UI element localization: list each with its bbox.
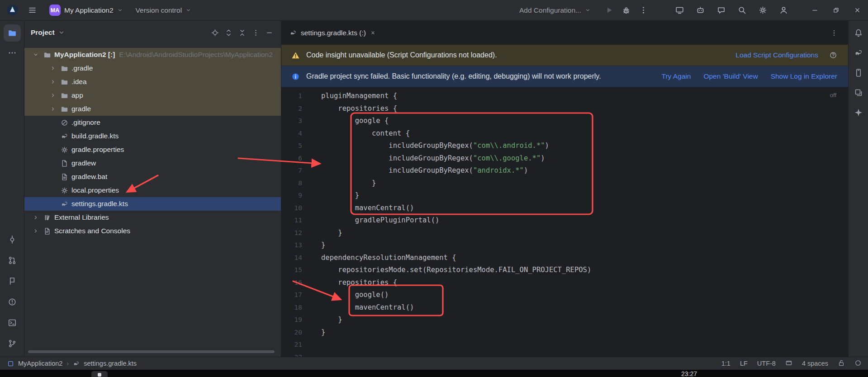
project-selector[interactable]: MA My Application2 <box>46 2 127 19</box>
gear-icon <box>59 187 70 194</box>
line-number: 15 <box>281 264 308 277</box>
code-editor[interactable]: 1pluginManagement {2 repositories {3 goo… <box>281 87 848 357</box>
elephant-icon <box>59 200 70 208</box>
code-text: repositories { <box>308 277 397 289</box>
tool-stripe-bookmarks[interactable] <box>4 273 21 290</box>
tree-item-scratches-and-consoles[interactable]: Scratches and Consoles <box>24 224 281 238</box>
sync-banner-actions: Try AgainOpen 'Build' ViewShow Log in Ex… <box>662 72 837 80</box>
help-icon[interactable] <box>829 51 837 59</box>
tool-stripe-notifications[interactable] <box>851 25 866 41</box>
line-number: 22 <box>281 351 308 357</box>
tree-item-local.properties[interactable]: local.properties <box>24 184 281 197</box>
main-menu-button[interactable] <box>24 2 40 19</box>
breadcrumb-project[interactable]: MyApplication2 <box>18 360 62 367</box>
editor-tab-settings-gradle-kts[interactable]: settings.gradle.kts (:) <box>281 21 383 45</box>
code-with-me-button[interactable] <box>713 2 729 19</box>
pull-requests-icon <box>8 256 17 265</box>
maximize-button[interactable] <box>825 0 847 21</box>
tab-options-button[interactable] <box>827 26 841 40</box>
file-writable-icon <box>838 359 845 367</box>
chevron-right-icon <box>47 79 59 85</box>
tab-title: settings.gradle.kts (:) <box>301 29 366 37</box>
tool-stripe-project[interactable] <box>4 24 21 42</box>
search-everywhere-button[interactable] <box>734 2 750 19</box>
locate-file-button[interactable] <box>209 27 221 39</box>
status-file-writable[interactable] <box>838 359 845 368</box>
indent-style-icon <box>785 359 792 367</box>
tree-item-gradlew[interactable]: gradlew <box>24 156 281 170</box>
line-number: 2 <box>281 103 308 115</box>
tree-item-label: .gradle <box>71 64 93 72</box>
status-line-separator[interactable]: LF <box>740 360 748 367</box>
tree-item-gradlew.bat[interactable]: gradlew.bat <box>24 170 281 184</box>
tree-item-gradle[interactable]: gradle <box>24 102 281 116</box>
tool-stripe-running-devices[interactable] <box>851 85 866 100</box>
minimize-button[interactable] <box>804 0 825 21</box>
load-script-configurations-link[interactable]: Load Script Configurations <box>735 51 818 59</box>
more-run-actions-button[interactable] <box>635 2 651 19</box>
breadcrumb-file[interactable]: settings.gradle.kts <box>84 360 137 367</box>
status-caret-position[interactable]: 1:1 <box>721 360 730 367</box>
more-options-icon <box>252 29 260 37</box>
tool-stripe-commit[interactable] <box>4 231 21 248</box>
line-number: 12 <box>281 227 308 240</box>
project-panel-title[interactable]: Project <box>31 28 55 37</box>
tool-stripe-gradle[interactable] <box>851 45 866 61</box>
expand-all-button[interactable] <box>223 27 235 39</box>
line-number: 16 <box>281 277 308 289</box>
hamburger-icon <box>28 6 37 14</box>
settings-button[interactable] <box>754 2 771 19</box>
banner-action-open-build-view[interactable]: Open 'Build' View <box>703 72 758 80</box>
tab-close-icon[interactable] <box>370 30 376 36</box>
taskbar-clock[interactable]: 23:27 <box>681 370 697 377</box>
ai-assistant-button[interactable] <box>692 2 708 19</box>
tool-stripe-terminal[interactable] <box>4 314 21 331</box>
collapse-all-button[interactable] <box>236 27 248 39</box>
line-number: 8 <box>281 177 308 190</box>
tree-item-app[interactable]: app <box>24 89 281 102</box>
tree-item-settings.gradle.kts[interactable]: settings.gradle.kts <box>24 197 281 211</box>
tool-stripe-pull-requests[interactable] <box>4 252 21 269</box>
hide-panel-button[interactable] <box>263 27 275 39</box>
line-number: 4 <box>281 127 308 140</box>
tree-item-myapplication2[interactable]: MyApplication2 [:]E:\Android\AndroidStud… <box>24 48 281 61</box>
line-number: 3 <box>281 115 308 127</box>
status-file-encoding[interactable]: UTF-8 <box>757 360 776 367</box>
horizontal-scrollbar[interactable] <box>28 350 275 353</box>
status-indent-style[interactable] <box>785 359 792 368</box>
line-number: 19 <box>281 314 308 326</box>
tree-item-build.gradle.kts[interactable]: build.gradle.kts <box>24 129 281 143</box>
debug-button[interactable] <box>618 2 634 19</box>
folder-icon <box>59 65 70 72</box>
device-mirroring-button[interactable] <box>671 2 688 19</box>
status-ide-messages[interactable] <box>854 359 862 368</box>
tree-item-.gradle[interactable]: .gradle <box>24 61 281 75</box>
code-text: pluginManagement { <box>308 90 397 103</box>
more-options-button[interactable] <box>250 27 262 39</box>
tree-item-external-libraries[interactable]: External Libraries <box>24 211 281 224</box>
more-tool-windows-icon <box>8 48 17 57</box>
account-button[interactable] <box>775 2 792 19</box>
ide-messages-icon <box>854 359 862 367</box>
tool-stripe-gemini[interactable] <box>851 105 866 120</box>
banner-action-show-log-in-explorer[interactable]: Show Log in Explorer <box>771 72 837 80</box>
run-configuration-selector[interactable]: Add Configuration... <box>516 4 594 17</box>
problems-icon <box>8 297 17 306</box>
banner-action-try-again[interactable]: Try Again <box>662 72 691 80</box>
tree-item-gradle.properties[interactable]: gradle.properties <box>24 143 281 156</box>
taskbar-app-icon[interactable] <box>91 371 108 377</box>
status-indent-size[interactable]: 4 spaces <box>802 360 828 367</box>
tool-stripe-problems[interactable] <box>4 293 21 311</box>
code-text: includeGroupByRegex("androidx.*") <box>308 165 528 177</box>
tool-stripe-device-manager[interactable] <box>851 65 866 80</box>
close-button[interactable] <box>847 0 868 21</box>
tree-item-.gitignore[interactable]: .gitignore <box>24 116 281 129</box>
tool-stripe-more-tool-windows[interactable] <box>4 44 21 61</box>
tree-item-.idea[interactable]: .idea <box>24 75 281 89</box>
run-button[interactable] <box>601 2 617 19</box>
taskbar-app-glyph <box>98 373 101 377</box>
navigation-breadcrumb: MyApplication2 › settings.gradle.kts <box>7 360 137 367</box>
tree-item-label: Scratches and Consoles <box>54 227 130 235</box>
tool-stripe-version-control[interactable] <box>4 335 21 352</box>
vcs-widget[interactable]: Version control <box>132 4 195 17</box>
